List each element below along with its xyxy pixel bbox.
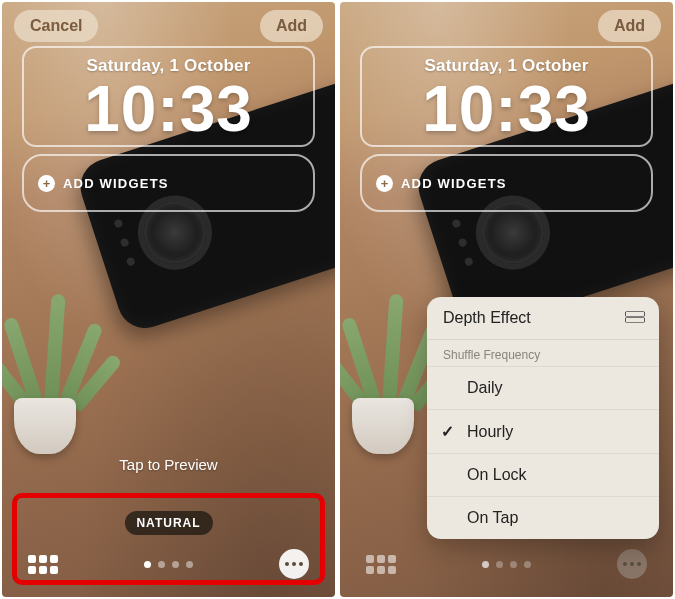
date-time-widget-frame[interactable]: Saturday, 1 October 10:33 (360, 46, 653, 147)
style-page-indicator[interactable] (482, 561, 531, 568)
tap-to-preview-hint[interactable]: Tap to Preview (2, 456, 335, 473)
depth-effect-label: Depth Effect (443, 309, 531, 327)
option-label: Daily (467, 379, 503, 397)
option-label: Hourly (467, 423, 513, 441)
more-options-popup: Depth Effect Shuffle Frequency Daily ✓ H… (427, 297, 659, 539)
plus-icon: + (38, 175, 55, 192)
more-options-button[interactable] (279, 549, 309, 579)
style-page-indicator[interactable] (144, 561, 193, 568)
shuffle-frequency-section-label: Shuffle Frequency (427, 339, 659, 366)
shuffle-option-on-tap[interactable]: On Tap (427, 496, 659, 539)
lockscreen-editor-right: Add Saturday, 1 October 10:33 + ADD WIDG… (340, 2, 673, 597)
shuffle-option-daily[interactable]: Daily (427, 366, 659, 409)
gallery-grid-icon[interactable] (28, 555, 58, 574)
shuffle-option-on-lock[interactable]: On Lock (427, 453, 659, 496)
wallpaper-plant-prop (2, 264, 104, 454)
checkmark-icon: ✓ (441, 422, 457, 441)
bottom-toolbar (2, 549, 335, 579)
photo-style-label: NATURAL (124, 511, 212, 535)
date-time-widget-frame[interactable]: Saturday, 1 October 10:33 (22, 46, 315, 147)
cancel-button[interactable]: Cancel (14, 10, 98, 42)
time-label: 10:33 (28, 76, 309, 143)
option-label: On Tap (467, 509, 518, 527)
add-widgets-area[interactable]: + ADD WIDGETS (360, 154, 653, 212)
add-widgets-label: ADD WIDGETS (63, 176, 169, 191)
add-widgets-label: ADD WIDGETS (401, 176, 507, 191)
option-label: On Lock (467, 466, 527, 484)
bottom-toolbar (340, 549, 673, 579)
lockscreen-editor-left: Cancel Add Saturday, 1 October 10:33 + A… (2, 2, 335, 597)
add-widgets-area[interactable]: + ADD WIDGETS (22, 154, 315, 212)
add-button[interactable]: Add (598, 10, 661, 42)
depth-effect-row[interactable]: Depth Effect (427, 297, 659, 339)
plus-icon: + (376, 175, 393, 192)
time-label: 10:33 (366, 76, 647, 143)
layers-icon (625, 311, 643, 325)
more-options-button[interactable] (617, 549, 647, 579)
gallery-grid-icon[interactable] (366, 555, 396, 574)
shuffle-option-hourly[interactable]: ✓ Hourly (427, 409, 659, 453)
add-button[interactable]: Add (260, 10, 323, 42)
